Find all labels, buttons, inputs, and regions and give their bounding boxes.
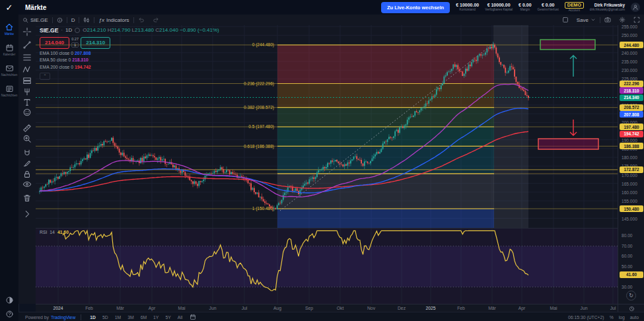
ema-legend-100[interactable]: EMA 100 close 0 207.808 [40, 52, 219, 56]
time-tick: 2024 [53, 306, 63, 310]
demo-badge-label: Account [569, 9, 580, 13]
save-button[interactable]: Save [573, 15, 600, 25]
stat-value: € 0.00 [542, 3, 554, 9]
buy-button[interactable]: 214.310 [81, 37, 110, 49]
range-3m[interactable]: 3M [124, 315, 137, 320]
fib-retracement-icon [22, 53, 32, 62]
price-axis[interactable]: 255.000250.000240.000235.000230.000225.0… [618, 25, 644, 304]
trash-tool[interactable] [22, 194, 32, 203]
ruler-tool[interactable] [22, 124, 32, 133]
rsi-title: RSI [40, 230, 47, 234]
trash-icon [22, 194, 32, 203]
range-5y[interactable]: 5Y [162, 315, 174, 320]
price-tick: 230.000 [622, 68, 637, 73]
fib-retracement-tool[interactable] [22, 53, 32, 62]
text-tool-tool[interactable] [22, 98, 32, 107]
quantity-box[interactable]: 1 [71, 42, 79, 48]
stat-label: Margin [520, 8, 530, 12]
go-to-date-icon[interactable] [190, 314, 196, 320]
price-badge: 194.742 [620, 131, 643, 137]
legend-collapse-button[interactable]: ⌃ [40, 73, 50, 80]
emoji-tool[interactable] [22, 108, 32, 117]
clock-icon[interactable] [629, 306, 635, 312]
zoom-in-tool[interactable] [22, 134, 32, 143]
rsi-legend[interactable]: RSI 14 41.60 [40, 230, 69, 234]
layout-panel-button[interactable] [558, 15, 573, 25]
rsi-tick: 80.00 [622, 233, 633, 238]
time-tick: Nov [367, 306, 375, 310]
camera-icon [604, 17, 611, 23]
app-logo: ✓ [0, 0, 18, 15]
range-1d[interactable]: 1D [87, 315, 99, 320]
powered-by-label: Powered by [25, 315, 49, 320]
indicators-button[interactable]: ƒx Indicators [94, 15, 133, 25]
legend-symbol[interactable]: SIE.GE [40, 28, 58, 34]
snapshot-button[interactable] [600, 15, 615, 25]
demo-account-badge[interactable]: DEMO Account [565, 2, 584, 13]
panel-icon [562, 17, 569, 23]
long-position-tool[interactable] [22, 76, 32, 85]
range-all[interactable]: All [174, 315, 186, 320]
time-tick: Jul [242, 306, 248, 310]
user-email: dirk.frikuwsky@gmail.com [590, 8, 625, 12]
symbol-info-button[interactable] [53, 15, 67, 25]
trendline-tool[interactable] [22, 40, 32, 50]
legend-interval[interactable]: 1D [65, 28, 72, 33]
price-badge: 244.480 [620, 42, 643, 48]
avatar[interactable] [631, 3, 640, 12]
ema-legend-50[interactable]: EMA 50 close 0 218.310 [40, 58, 219, 63]
rsi-pane[interactable] [36, 228, 618, 304]
range-5d[interactable]: 5D [99, 315, 112, 320]
eye-tool[interactable] [22, 180, 32, 189]
crosshair-tool[interactable] [22, 27, 32, 36]
nav-item-nachrichten-mail[interactable]: Nachrichten [0, 64, 18, 77]
price-badge: 150.480 [620, 205, 643, 212]
price-badge: 197.480 [620, 124, 643, 130]
resistance-box[interactable] [540, 40, 595, 50]
symbol-search[interactable]: SIE.GE [18, 15, 52, 25]
interval-button[interactable]: D [67, 15, 79, 25]
sell-button[interactable]: 214.040 [40, 37, 69, 49]
nav-item-nachrichten-news[interactable]: Nachrichten [0, 85, 18, 97]
rsi-tick: 60.00 [622, 254, 633, 258]
pitchfork-tool[interactable] [22, 87, 32, 96]
range-1y[interactable]: 1Y [150, 315, 162, 320]
magnet-tool[interactable] [22, 149, 32, 158]
arrow-up[interactable] [570, 55, 577, 77]
support-box[interactable] [538, 139, 598, 149]
switch-live-account-button[interactable]: Zu Live-Konto wechseln [381, 2, 450, 13]
log-scale-button[interactable]: log [619, 315, 625, 320]
nav-item-maerkte[interactable]: Märkte [0, 22, 18, 36]
nav-item-kalender[interactable]: Kalender [0, 44, 18, 56]
xabcd-pattern-tool[interactable] [22, 65, 32, 74]
price-tick: 250.000 [622, 33, 637, 38]
home-icon [5, 22, 14, 32]
lock-tool[interactable] [22, 170, 32, 179]
time-tick: Mai [178, 306, 186, 310]
help-icon[interactable] [5, 310, 14, 318]
ema-legend-200[interactable]: EMA 200 close 0 194.742 [40, 65, 219, 70]
stat-value: € 10000.00 [487, 3, 511, 9]
source-dot-icon [75, 28, 80, 33]
range-6m[interactable]: 6M [137, 315, 150, 320]
brush-tool[interactable] [22, 159, 32, 168]
chart-settings-button[interactable] [615, 15, 629, 25]
price-badge: 172.872 [620, 166, 643, 173]
tradingview-link[interactable]: TradingView [51, 315, 75, 320]
percent-scale-button[interactable]: % [610, 315, 614, 320]
chart-style-button[interactable] [79, 15, 94, 25]
arrow-down[interactable] [570, 120, 577, 135]
ema-100-value: 207.808 [75, 51, 91, 55]
time-tick: Okt [337, 306, 344, 310]
theme-toggle-icon[interactable] [5, 296, 14, 304]
expand-toolbar-tool[interactable] [22, 209, 32, 219]
person-icon [632, 4, 639, 11]
price-badge: 186.388 [620, 143, 643, 149]
range-1m[interactable]: 1M [112, 315, 124, 320]
redo-button[interactable] [149, 15, 163, 25]
auto-scale-button[interactable]: auto [630, 315, 639, 320]
undo-button[interactable] [134, 15, 149, 25]
fullscreen-button[interactable] [629, 15, 644, 25]
user-info: Dirk Frikuwsky dirk.frikuwsky@gmail.com [590, 3, 625, 12]
auto-scroll-icon[interactable]: ↻ [626, 291, 636, 301]
